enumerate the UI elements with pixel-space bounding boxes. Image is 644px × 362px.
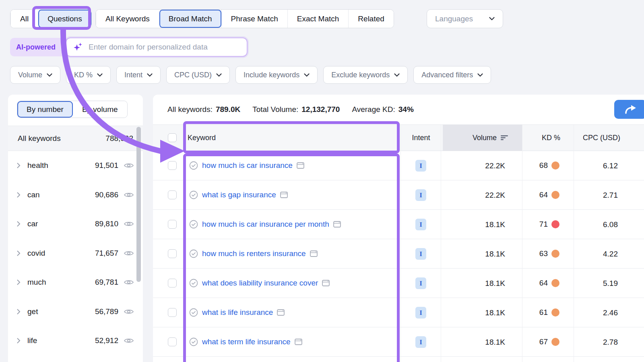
row-checkbox[interactable] bbox=[168, 190, 177, 199]
all-keywords-count: 788,962 bbox=[105, 134, 133, 143]
kd-cell: 64 bbox=[539, 269, 559, 298]
keyword-link[interactable]: what is term life insurance bbox=[202, 337, 291, 346]
filter-dropdown[interactable]: CPC (USD) bbox=[166, 66, 230, 84]
intent-badge[interactable]: I bbox=[415, 307, 426, 319]
keyword-group-row[interactable]: get 56,789 bbox=[8, 297, 143, 327]
row-checkbox[interactable] bbox=[168, 161, 177, 170]
row-checkbox[interactable] bbox=[168, 220, 177, 229]
volume-value: 18.1K bbox=[485, 269, 505, 298]
row-checkbox[interactable] bbox=[168, 279, 177, 288]
group-count: 69,781 bbox=[95, 278, 118, 287]
tab-label: Questions bbox=[47, 14, 82, 23]
group-label: health bbox=[27, 161, 95, 170]
table-row: what is gap insurance I 22.2K 64 2.71 bbox=[153, 180, 644, 210]
volume-value: 18.1K bbox=[485, 239, 505, 269]
keyword-group-row[interactable]: covid 71,657 bbox=[8, 239, 143, 268]
circle-check-icon[interactable] bbox=[189, 337, 198, 346]
column-header-kd[interactable]: KD % bbox=[542, 125, 560, 151]
chevron-down-icon bbox=[394, 73, 400, 77]
intent-badge[interactable]: I bbox=[415, 219, 426, 230]
summary-bar: All keywords: 789.0K Total Volume: 12,13… bbox=[153, 95, 644, 125]
filter-label: Include keywords bbox=[244, 71, 299, 79]
column-divider bbox=[522, 125, 522, 362]
serp-icon[interactable] bbox=[280, 192, 288, 198]
tab-match-type[interactable]: Exact Match bbox=[287, 10, 349, 28]
filter-dropdown[interactable]: Exclude keywords bbox=[323, 66, 408, 84]
eye-icon[interactable] bbox=[124, 162, 134, 169]
keyword-link[interactable]: what does liability insurance cover bbox=[202, 279, 318, 288]
circle-check-icon[interactable] bbox=[189, 308, 198, 317]
keyword-link[interactable]: how much is renters insurance bbox=[202, 249, 306, 258]
row-checkbox[interactable] bbox=[168, 249, 177, 258]
circle-check-icon[interactable] bbox=[189, 190, 198, 199]
keyword-group-row[interactable]: much 69,781 bbox=[8, 268, 143, 297]
serp-icon[interactable] bbox=[297, 162, 304, 169]
filter-dropdown[interactable]: Volume bbox=[10, 66, 60, 84]
column-header-intent[interactable]: Intent bbox=[401, 125, 441, 151]
summary-average-kd: Average KD: 34% bbox=[352, 105, 413, 114]
serp-icon[interactable] bbox=[333, 221, 341, 228]
eye-icon[interactable] bbox=[124, 337, 134, 344]
sidebar-scrollbar[interactable] bbox=[136, 127, 141, 282]
sort-toggle-button[interactable]: By number bbox=[17, 101, 73, 118]
keyword-link[interactable]: what is life insurance bbox=[202, 308, 273, 317]
keyword-group-row[interactable]: can 90,686 bbox=[8, 180, 143, 210]
filter-dropdown[interactable]: Intent bbox=[116, 66, 161, 84]
intent-badge[interactable]: I bbox=[415, 277, 426, 289]
export-share-button[interactable] bbox=[614, 100, 644, 119]
keyword-group-row[interactable]: health 91,501 bbox=[8, 151, 143, 180]
tab-question-filter[interactable]: All bbox=[10, 10, 38, 28]
row-checkbox[interactable] bbox=[168, 337, 177, 346]
eye-icon[interactable] bbox=[124, 279, 134, 286]
group-label: can bbox=[27, 190, 95, 199]
chevron-right-icon bbox=[17, 338, 21, 343]
sparkle-icon bbox=[73, 42, 83, 52]
keyword-cell: how much is car insurance per month bbox=[189, 210, 341, 239]
all-keywords-label: All keywords bbox=[18, 134, 105, 143]
volume-value: 22.2K bbox=[485, 151, 505, 180]
tab-match-type[interactable]: Phrase Match bbox=[221, 10, 287, 28]
tab-question-filter[interactable]: Questions bbox=[38, 10, 91, 28]
volume-header-label: Volume bbox=[473, 134, 497, 142]
keyword-group-row[interactable]: life 52,912 bbox=[8, 326, 143, 356]
serp-icon[interactable] bbox=[295, 339, 302, 345]
all-keywords-row[interactable]: All keywords 788,962 bbox=[8, 126, 143, 151]
row-checkbox[interactable] bbox=[168, 308, 177, 317]
circle-check-icon[interactable] bbox=[189, 220, 198, 229]
domain-input[interactable] bbox=[89, 43, 240, 52]
tab-match-type[interactable]: Related bbox=[348, 10, 394, 28]
filter-dropdown[interactable]: Include keywords bbox=[235, 66, 318, 84]
intent-badge[interactable]: I bbox=[415, 189, 426, 201]
eye-icon[interactable] bbox=[124, 308, 134, 315]
keyword-link[interactable]: how much is car insurance bbox=[202, 161, 293, 170]
column-header-keyword[interactable]: Keyword bbox=[188, 125, 216, 151]
sort-toggle-button[interactable]: By volume bbox=[73, 101, 127, 118]
languages-dropdown[interactable]: Languages bbox=[427, 9, 503, 28]
intent-badge[interactable]: I bbox=[415, 248, 426, 260]
eye-icon[interactable] bbox=[124, 191, 134, 199]
serp-icon[interactable] bbox=[322, 280, 330, 286]
keyword-link[interactable]: how much is car insurance per month bbox=[202, 220, 329, 229]
intent-badge[interactable]: I bbox=[415, 160, 426, 172]
keyword-link[interactable]: what is gap insurance bbox=[202, 190, 276, 199]
chevron-down-icon bbox=[47, 73, 52, 77]
tab-label: Related bbox=[358, 14, 384, 23]
circle-check-icon[interactable] bbox=[189, 161, 198, 170]
serp-icon[interactable] bbox=[310, 250, 318, 257]
kd-difficulty-dot bbox=[551, 250, 559, 258]
serp-icon[interactable] bbox=[277, 309, 285, 316]
filter-dropdown[interactable]: Advanced filters bbox=[413, 66, 491, 84]
eye-icon[interactable] bbox=[124, 250, 134, 257]
keyword-group-row[interactable]: car 89,810 bbox=[8, 209, 143, 239]
column-header-cpc[interactable]: CPC (USD) bbox=[583, 125, 620, 151]
select-all-checkbox[interactable] bbox=[168, 133, 177, 142]
circle-check-icon[interactable] bbox=[189, 249, 198, 258]
tab-match-type[interactable]: Broad Match bbox=[159, 10, 221, 28]
column-header-volume[interactable]: Volume bbox=[443, 125, 522, 151]
circle-check-icon[interactable] bbox=[189, 279, 198, 288]
tab-match-type[interactable]: All Keywords bbox=[96, 10, 159, 28]
intent-badge[interactable]: I bbox=[415, 336, 426, 348]
eye-icon[interactable] bbox=[124, 220, 134, 228]
filter-dropdown[interactable]: KD % bbox=[66, 66, 111, 84]
ai-powered-badge: AI-powered bbox=[10, 38, 68, 56]
